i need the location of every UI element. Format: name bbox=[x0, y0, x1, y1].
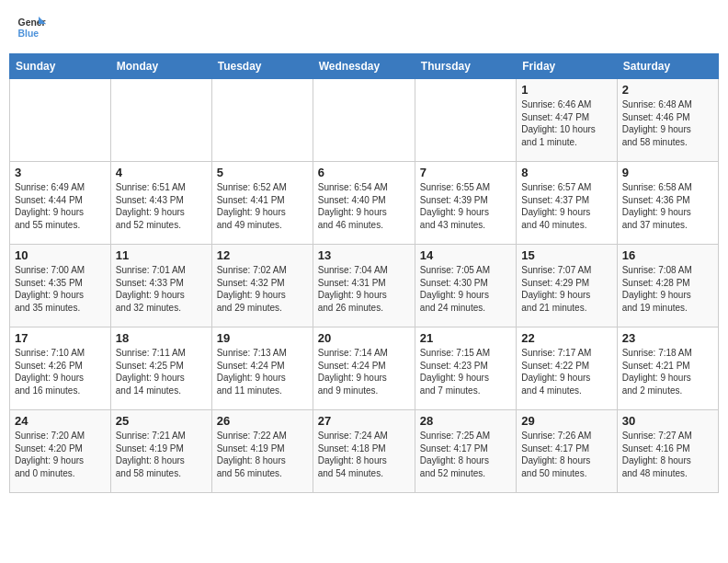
calendar-cell: 13Sunrise: 7:04 AM Sunset: 4:31 PM Dayli… bbox=[313, 245, 415, 327]
calendar-cell: 1Sunrise: 6:46 AM Sunset: 4:47 PM Daylig… bbox=[517, 79, 617, 162]
calendar-cell: 17Sunrise: 7:10 AM Sunset: 4:26 PM Dayli… bbox=[10, 327, 111, 410]
page-header: General Blue bbox=[9, 9, 719, 46]
day-number: 7 bbox=[420, 166, 511, 179]
day-info: Sunrise: 7:18 AM Sunset: 4:21 PM Dayligh… bbox=[622, 347, 713, 396]
calendar-header: SundayMondayTuesdayWednesdayThursdayFrid… bbox=[10, 54, 719, 79]
day-info: Sunrise: 6:49 AM Sunset: 4:44 PM Dayligh… bbox=[15, 181, 106, 231]
day-number: 30 bbox=[622, 414, 713, 428]
day-info: Sunrise: 7:24 AM Sunset: 4:18 PM Dayligh… bbox=[318, 430, 410, 479]
logo-icon: General Blue bbox=[17, 13, 46, 42]
calendar-cell: 21Sunrise: 7:15 AM Sunset: 4:23 PM Dayli… bbox=[415, 327, 516, 410]
weekday-header-friday: Friday bbox=[517, 54, 617, 79]
day-number: 17 bbox=[15, 331, 106, 345]
day-info: Sunrise: 6:55 AM Sunset: 4:39 PM Dayligh… bbox=[420, 181, 511, 231]
day-number: 4 bbox=[116, 166, 207, 179]
day-info: Sunrise: 7:00 AM Sunset: 4:35 PM Dayligh… bbox=[15, 264, 106, 314]
day-number: 8 bbox=[521, 166, 611, 179]
calendar-cell bbox=[110, 79, 211, 162]
day-number: 19 bbox=[217, 331, 308, 345]
calendar-cell: 12Sunrise: 7:02 AM Sunset: 4:32 PM Dayli… bbox=[211, 245, 313, 327]
day-number: 5 bbox=[217, 166, 308, 179]
calendar-cell bbox=[415, 79, 516, 162]
day-number: 21 bbox=[420, 331, 511, 345]
weekday-header-saturday: Saturday bbox=[617, 54, 718, 79]
day-number: 18 bbox=[116, 331, 207, 345]
calendar-body: 1Sunrise: 6:46 AM Sunset: 4:47 PM Daylig… bbox=[10, 79, 719, 493]
weekday-header-thursday: Thursday bbox=[415, 54, 516, 79]
day-info: Sunrise: 7:25 AM Sunset: 4:17 PM Dayligh… bbox=[420, 430, 511, 479]
calendar-cell: 16Sunrise: 7:08 AM Sunset: 4:28 PM Dayli… bbox=[617, 245, 718, 327]
calendar-table: SundayMondayTuesdayWednesdayThursdayFrid… bbox=[9, 53, 719, 493]
calendar-cell: 18Sunrise: 7:11 AM Sunset: 4:25 PM Dayli… bbox=[110, 327, 211, 410]
day-info: Sunrise: 7:27 AM Sunset: 4:16 PM Dayligh… bbox=[622, 430, 713, 479]
weekday-header-wednesday: Wednesday bbox=[313, 54, 415, 79]
weekday-header-monday: Monday bbox=[110, 54, 211, 79]
day-number: 25 bbox=[116, 414, 207, 428]
calendar-cell: 5Sunrise: 6:52 AM Sunset: 4:41 PM Daylig… bbox=[211, 162, 313, 245]
logo: General Blue bbox=[17, 13, 46, 42]
day-info: Sunrise: 7:15 AM Sunset: 4:23 PM Dayligh… bbox=[420, 347, 511, 396]
day-number: 2 bbox=[622, 83, 713, 97]
day-info: Sunrise: 7:01 AM Sunset: 4:33 PM Dayligh… bbox=[116, 264, 207, 314]
weekday-header-tuesday: Tuesday bbox=[211, 54, 313, 79]
day-number: 6 bbox=[318, 166, 410, 179]
day-number: 15 bbox=[521, 248, 611, 262]
calendar-cell: 23Sunrise: 7:18 AM Sunset: 4:21 PM Dayli… bbox=[617, 327, 718, 410]
day-number: 28 bbox=[420, 414, 511, 428]
calendar-cell: 25Sunrise: 7:21 AM Sunset: 4:19 PM Dayli… bbox=[110, 410, 211, 493]
calendar-cell: 26Sunrise: 7:22 AM Sunset: 4:19 PM Dayli… bbox=[211, 410, 313, 493]
day-info: Sunrise: 7:17 AM Sunset: 4:22 PM Dayligh… bbox=[521, 347, 611, 396]
day-number: 20 bbox=[318, 331, 410, 345]
day-number: 1 bbox=[521, 83, 611, 97]
day-info: Sunrise: 7:21 AM Sunset: 4:19 PM Dayligh… bbox=[116, 430, 207, 479]
day-info: Sunrise: 7:26 AM Sunset: 4:17 PM Dayligh… bbox=[521, 430, 611, 479]
day-info: Sunrise: 6:46 AM Sunset: 4:47 PM Dayligh… bbox=[521, 98, 611, 148]
calendar-cell: 4Sunrise: 6:51 AM Sunset: 4:43 PM Daylig… bbox=[110, 162, 211, 245]
calendar-cell: 20Sunrise: 7:14 AM Sunset: 4:24 PM Dayli… bbox=[313, 327, 415, 410]
calendar-cell: 22Sunrise: 7:17 AM Sunset: 4:22 PM Dayli… bbox=[517, 327, 617, 410]
calendar-cell: 2Sunrise: 6:48 AM Sunset: 4:46 PM Daylig… bbox=[617, 79, 718, 162]
day-number: 3 bbox=[15, 166, 106, 179]
svg-text:Blue: Blue bbox=[18, 29, 40, 39]
day-info: Sunrise: 7:04 AM Sunset: 4:31 PM Dayligh… bbox=[318, 264, 410, 314]
day-info: Sunrise: 7:05 AM Sunset: 4:30 PM Dayligh… bbox=[420, 264, 511, 314]
day-info: Sunrise: 7:14 AM Sunset: 4:24 PM Dayligh… bbox=[318, 347, 410, 396]
day-number: 14 bbox=[420, 248, 511, 262]
day-info: Sunrise: 6:52 AM Sunset: 4:41 PM Dayligh… bbox=[217, 181, 308, 231]
day-number: 23 bbox=[622, 331, 713, 345]
calendar-cell bbox=[313, 79, 415, 162]
calendar-cell: 9Sunrise: 6:58 AM Sunset: 4:36 PM Daylig… bbox=[617, 162, 718, 245]
day-info: Sunrise: 6:48 AM Sunset: 4:46 PM Dayligh… bbox=[622, 98, 713, 148]
day-info: Sunrise: 7:07 AM Sunset: 4:29 PM Dayligh… bbox=[521, 264, 611, 314]
calendar-cell bbox=[211, 79, 313, 162]
calendar-cell: 3Sunrise: 6:49 AM Sunset: 4:44 PM Daylig… bbox=[10, 162, 111, 245]
weekday-header-sunday: Sunday bbox=[10, 54, 111, 79]
day-info: Sunrise: 6:51 AM Sunset: 4:43 PM Dayligh… bbox=[116, 181, 207, 231]
day-info: Sunrise: 7:22 AM Sunset: 4:19 PM Dayligh… bbox=[217, 430, 308, 479]
calendar-cell bbox=[10, 79, 111, 162]
day-number: 27 bbox=[318, 414, 410, 428]
calendar-cell: 8Sunrise: 6:57 AM Sunset: 4:37 PM Daylig… bbox=[517, 162, 617, 245]
calendar-cell: 10Sunrise: 7:00 AM Sunset: 4:35 PM Dayli… bbox=[10, 245, 111, 327]
day-info: Sunrise: 6:58 AM Sunset: 4:36 PM Dayligh… bbox=[622, 181, 713, 231]
day-number: 9 bbox=[622, 166, 713, 179]
calendar-cell: 27Sunrise: 7:24 AM Sunset: 4:18 PM Dayli… bbox=[313, 410, 415, 493]
day-info: Sunrise: 7:13 AM Sunset: 4:24 PM Dayligh… bbox=[217, 347, 308, 396]
calendar-cell: 30Sunrise: 7:27 AM Sunset: 4:16 PM Dayli… bbox=[617, 410, 718, 493]
calendar-cell: 11Sunrise: 7:01 AM Sunset: 4:33 PM Dayli… bbox=[110, 245, 211, 327]
day-info: Sunrise: 7:11 AM Sunset: 4:25 PM Dayligh… bbox=[116, 347, 207, 396]
calendar-cell: 29Sunrise: 7:26 AM Sunset: 4:17 PM Dayli… bbox=[517, 410, 617, 493]
day-number: 10 bbox=[15, 248, 106, 262]
day-number: 12 bbox=[217, 248, 308, 262]
day-number: 26 bbox=[217, 414, 308, 428]
day-number: 29 bbox=[521, 414, 611, 428]
day-info: Sunrise: 7:02 AM Sunset: 4:32 PM Dayligh… bbox=[217, 264, 308, 314]
calendar-cell: 19Sunrise: 7:13 AM Sunset: 4:24 PM Dayli… bbox=[211, 327, 313, 410]
calendar-cell: 6Sunrise: 6:54 AM Sunset: 4:40 PM Daylig… bbox=[313, 162, 415, 245]
day-number: 11 bbox=[116, 248, 207, 262]
calendar-cell: 24Sunrise: 7:20 AM Sunset: 4:20 PM Dayli… bbox=[10, 410, 111, 493]
calendar-cell: 15Sunrise: 7:07 AM Sunset: 4:29 PM Dayli… bbox=[517, 245, 617, 327]
calendar-cell: 28Sunrise: 7:25 AM Sunset: 4:17 PM Dayli… bbox=[415, 410, 516, 493]
day-number: 16 bbox=[622, 248, 713, 262]
day-info: Sunrise: 6:54 AM Sunset: 4:40 PM Dayligh… bbox=[318, 181, 410, 231]
